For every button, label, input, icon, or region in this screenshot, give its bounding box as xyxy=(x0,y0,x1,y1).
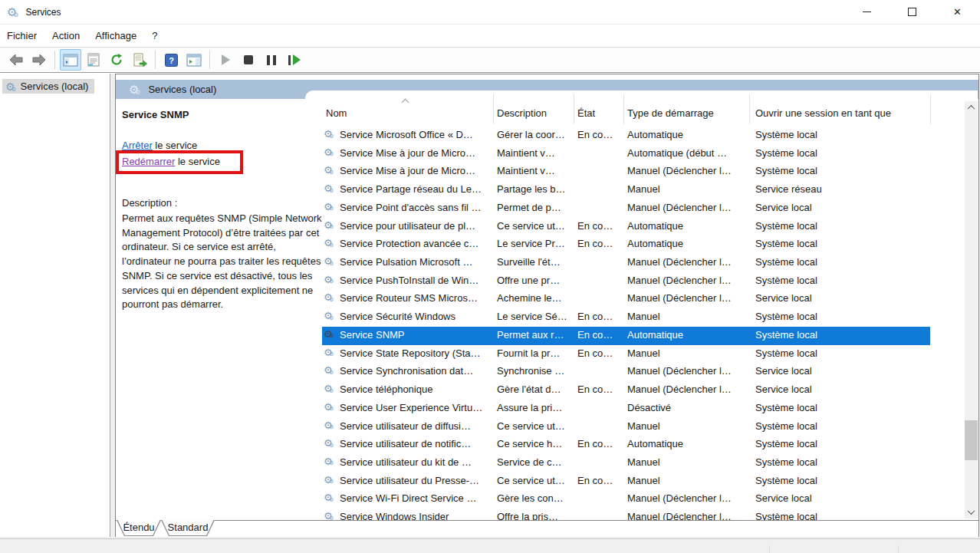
restart-service-link[interactable]: Redémarrer xyxy=(122,156,175,167)
table-row[interactable]: Service Synchronisation dat…Synchronise … xyxy=(322,363,930,381)
table-row[interactable]: Service Pulsation Microsoft …Surveille l… xyxy=(322,254,930,272)
cell-logon: Système local xyxy=(755,129,924,140)
table-row[interactable]: Service PushToInstall de Win…Offre une p… xyxy=(322,272,930,291)
service-gear-icon xyxy=(324,220,333,230)
cell-name: Service utilisateur du Presse-… xyxy=(340,475,495,486)
refresh-icon[interactable] xyxy=(106,49,127,71)
stop-service-icon[interactable] xyxy=(238,49,259,71)
table-row[interactable]: Service User Experience Virtu…Assure la … xyxy=(322,400,930,418)
properties-icon[interactable] xyxy=(83,49,104,71)
pause-service-icon[interactable] xyxy=(261,49,282,71)
cell-state: En co… xyxy=(577,220,625,232)
table-row[interactable]: Service State Repository (Sta…Fournit la… xyxy=(322,345,930,364)
table-row[interactable]: Service Point d'accès sans fil …Permet d… xyxy=(322,199,930,218)
minimize-button[interactable] xyxy=(844,0,890,24)
table-row[interactable]: Service Routeur SMS Micros…Achemine le…M… xyxy=(322,290,930,308)
column-separator[interactable] xyxy=(930,94,931,124)
table-row[interactable]: Service téléphoniqueGère l'état d…En co…… xyxy=(322,381,930,400)
column-separator[interactable] xyxy=(574,94,574,124)
scrollbar-thumb[interactable] xyxy=(965,420,978,460)
cell-startup: Manuel xyxy=(627,420,751,432)
export-list-icon[interactable] xyxy=(129,49,150,71)
stop-service-line: Arrêter le service xyxy=(122,137,220,153)
cell-description: Achemine le… xyxy=(497,292,574,304)
menu-affichage[interactable]: Affichage xyxy=(87,25,144,47)
table-row[interactable]: Service utilisateur du Presse-…Ce servic… xyxy=(322,472,930,491)
menu-fichier[interactable]: Fichier xyxy=(0,25,44,47)
cell-description: Permet aux r… xyxy=(497,329,574,341)
column-header-ouvrir-session[interactable]: Ouvrir une session en tant que xyxy=(755,107,891,119)
cell-startup: Manuel (Déclencher l… xyxy=(627,256,751,268)
cell-startup: Automatique xyxy=(627,129,751,140)
table-row[interactable]: Service Mise à jour de Micro…Maintient v… xyxy=(322,163,930,181)
service-gear-icon xyxy=(324,492,333,502)
show-console-tree-icon[interactable] xyxy=(60,49,81,71)
tab-standard[interactable]: Standard xyxy=(161,520,215,536)
table-row[interactable]: Service Mise à jour de Micro…Maintient v… xyxy=(322,145,930,163)
table-row[interactable]: Service Sécurité WindowsLe service Sé…En… xyxy=(322,308,930,327)
service-gear-icon xyxy=(324,347,333,357)
table-row[interactable]: Service Windows InsiderOffre la pris…Man… xyxy=(322,509,930,520)
start-service-icon[interactable] xyxy=(215,49,236,71)
vertical-scrollbar[interactable] xyxy=(965,101,978,518)
service-gear-icon xyxy=(324,438,333,448)
table-row[interactable]: Service utilisateur du kit de …Service d… xyxy=(322,454,930,472)
table-row[interactable]: Service Protection avancée c…Le service … xyxy=(322,235,930,254)
forward-icon[interactable] xyxy=(28,49,50,71)
cell-name: Service SNMP xyxy=(340,329,495,341)
cell-state: En co… xyxy=(577,238,625,249)
cell-state: En co… xyxy=(577,438,625,449)
cell-name: Service Protection avancée c… xyxy=(340,238,495,249)
column-header-etat[interactable]: État xyxy=(577,107,595,119)
cell-description: Offre une pr… xyxy=(497,275,574,286)
toolbar-separator xyxy=(209,51,210,69)
table-row[interactable]: Service utilisateur de diffusi…Ce servic… xyxy=(322,418,930,436)
close-button[interactable]: ✕ xyxy=(935,0,980,24)
table-row[interactable]: Service Microsoft Office « D…Gérer la co… xyxy=(322,127,930,145)
table-row[interactable]: Service pour utilisateur de pl…Ce servic… xyxy=(322,218,930,236)
cell-description: Partage les b… xyxy=(497,183,574,195)
restart-service-line: Redémarrer le service xyxy=(122,153,220,170)
table-row[interactable]: Service Partage réseau du Le…Partage les… xyxy=(322,181,930,199)
menu-help[interactable]: ? xyxy=(144,25,165,47)
scroll-up-icon[interactable] xyxy=(965,101,978,114)
cell-startup: Manuel xyxy=(627,311,751,322)
cell-name: Service PushToInstall de Win… xyxy=(340,275,495,286)
cell-startup: Manuel xyxy=(627,475,751,486)
restart-service-icon[interactable] xyxy=(284,49,305,71)
column-header-description[interactable]: Description xyxy=(497,107,547,119)
back-icon[interactable] xyxy=(5,49,27,71)
table-row[interactable]: Service Wi-Fi Direct Service …Gère les c… xyxy=(322,490,930,509)
cell-description: Fournit la pr… xyxy=(497,347,574,359)
cell-name: Service Sécurité Windows xyxy=(340,311,495,322)
scroll-down-icon[interactable] xyxy=(965,505,978,518)
table-row[interactable]: Service utilisateur de notific…Ce servic… xyxy=(322,436,930,454)
table-row[interactable]: Service SNMPPermet aux r…En co…Automatiq… xyxy=(322,327,930,345)
cell-name: Service Routeur SMS Micros… xyxy=(340,292,495,304)
column-header-type-demarrage[interactable]: Type de démarrage xyxy=(627,107,714,119)
maximize-button[interactable] xyxy=(890,0,935,24)
cell-state: En co… xyxy=(577,475,625,486)
service-gear-icon xyxy=(324,292,333,302)
cell-startup: Désactivé xyxy=(627,402,751,413)
cell-name: Service Mise à jour de Micro… xyxy=(340,165,495,176)
service-gear-icon xyxy=(324,329,333,339)
column-separator[interactable] xyxy=(749,94,750,124)
tab-etendu[interactable]: Étendu xyxy=(117,520,161,536)
cell-description: Ce service ut… xyxy=(497,420,574,432)
service-gear-icon xyxy=(324,402,333,412)
show-action-pane-icon[interactable] xyxy=(183,49,205,71)
cell-startup: Manuel xyxy=(627,347,751,359)
cell-startup: Automatique (début … xyxy=(627,147,751,159)
stop-service-link[interactable]: Arrêter xyxy=(122,140,153,151)
column-header-nom[interactable]: Nom xyxy=(326,107,347,119)
description-label: Description : xyxy=(122,197,177,209)
tree-item-services-local[interactable]: Services (local) xyxy=(2,79,94,94)
cell-startup: Manuel xyxy=(627,183,751,195)
help-icon[interactable]: ? xyxy=(160,49,182,71)
cell-name: Service Wi-Fi Direct Service … xyxy=(340,492,495,504)
column-separator[interactable] xyxy=(493,94,494,124)
menu-action[interactable]: Action xyxy=(44,25,87,47)
column-separator[interactable] xyxy=(623,94,624,124)
console-tree-panel: Services (local) xyxy=(0,74,110,537)
